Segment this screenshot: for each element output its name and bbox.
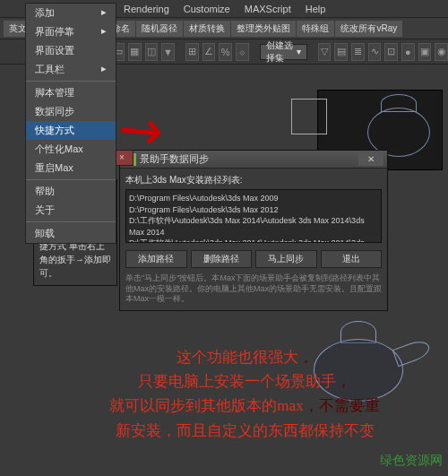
- tab-item[interactable]: 随机器径: [136, 21, 183, 37]
- exit-button[interactable]: 退出: [321, 250, 383, 268]
- path-list[interactable]: D:\Program Files\Autodesk\3ds Max 2009D:…: [125, 189, 382, 243]
- menu-item[interactable]: 帮助: [26, 182, 116, 201]
- menu-item[interactable]: 重启Max: [26, 159, 116, 177]
- menu-item[interactable]: 快捷方式: [26, 121, 116, 140]
- schematic-icon[interactable]: ⊡: [384, 43, 398, 61]
- path-list-item[interactable]: D:\Program Files\Autodesk\3ds Max 2009: [129, 193, 378, 204]
- menu-maxscript[interactable]: MAXScript: [237, 4, 298, 14]
- spinner-snap-icon[interactable]: ⟐: [236, 43, 249, 61]
- percent-snap-icon[interactable]: %: [219, 43, 232, 61]
- sync-dialog: 景助手数据同步 ✕ 本机上3ds Max安装路径列表: D:\Program F…: [119, 150, 388, 311]
- select-region-icon[interactable]: ◫: [145, 43, 159, 61]
- menu-item[interactable]: 关于: [26, 201, 116, 220]
- dialog-title: 景助手数据同步: [140, 152, 209, 166]
- menu-item[interactable]: 界面设置: [26, 41, 116, 60]
- context-menu: 添加▸界面停靠▸界面设置工具栏▸脚本管理数据同步快捷方式个性化Max重启Max帮…: [25, 3, 116, 244]
- dialog-titlebar[interactable]: 景助手数据同步 ✕: [120, 151, 387, 169]
- angle-snap-icon[interactable]: ∠: [202, 43, 216, 61]
- snap-icon[interactable]: ⊞: [185, 43, 199, 61]
- tab-item[interactable]: 材质转换: [184, 21, 230, 37]
- menu-item[interactable]: 卸载: [26, 224, 116, 243]
- cube-wireframe: [291, 99, 327, 134]
- render-setup-icon[interactable]: ▣: [418, 43, 432, 61]
- select-name-icon[interactable]: ▦: [128, 43, 142, 61]
- delete-path-button[interactable]: 删除路径: [191, 250, 253, 268]
- menu-item[interactable]: 数据同步: [26, 102, 116, 121]
- tab-item[interactable]: 统改所有vRay: [335, 21, 402, 37]
- curve-editor-icon[interactable]: ∿: [368, 43, 382, 61]
- sync-now-button[interactable]: 马上同步: [255, 250, 317, 268]
- menu-item[interactable]: 工具栏▸: [26, 60, 116, 79]
- menu-item[interactable]: 界面停靠▸: [26, 22, 116, 41]
- path-list-item[interactable]: D:\Program Files\Autodesk\3ds Max 2012: [129, 204, 378, 216]
- selection-set-dropdown[interactable]: 创建选择集 ▾: [260, 44, 307, 60]
- menu-item[interactable]: 脚本管理: [26, 83, 116, 102]
- watermark: 绿色资源网: [380, 453, 443, 469]
- menu-rendering[interactable]: Rendering: [116, 4, 177, 14]
- menu-item[interactable]: 个性化Max: [26, 140, 116, 159]
- align-icon[interactable]: ▤: [334, 43, 348, 61]
- annotation-text: 这个功能也很强大， 只要电脑上安装一个场景助手， 就可以同步到其他版本的max，…: [74, 345, 415, 443]
- dialog-close-button[interactable]: ✕: [358, 153, 383, 166]
- path-list-item[interactable]: D:\工作软件\Autodesk\3ds Max 2014\Autodesk 3…: [129, 215, 378, 238]
- menu-customize[interactable]: Customize: [177, 4, 237, 14]
- mirror-icon[interactable]: ▽: [318, 43, 332, 61]
- dialog-hint-text: 单击"马上同步"按钮后。本Max下面的场景助手会被复制到路径列表中其他Max的安…: [125, 273, 382, 305]
- path-list-item[interactable]: D:\工作软件\Autodesk\3ds Max 2014\Autodesk 3…: [129, 238, 378, 243]
- menu-item[interactable]: 添加▸: [26, 4, 116, 22]
- path-list-label: 本机上3ds Max安装路径列表:: [125, 174, 382, 186]
- layer-icon[interactable]: ≣: [351, 43, 365, 61]
- render-icon[interactable]: ◉: [435, 43, 448, 61]
- menu-help[interactable]: Help: [298, 4, 333, 14]
- material-icon[interactable]: ●: [401, 43, 415, 61]
- filter-icon[interactable]: ▼: [161, 43, 175, 61]
- add-path-button[interactable]: 添加路径: [125, 250, 187, 268]
- tab-item[interactable]: 整理类外贴图: [231, 21, 296, 37]
- tab-item[interactable]: 特殊组: [297, 21, 334, 37]
